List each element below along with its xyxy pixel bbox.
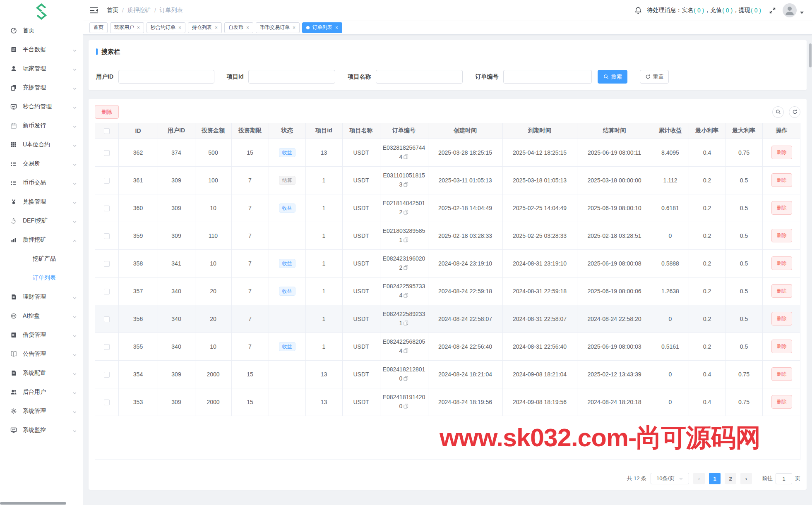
user-menu[interactable]	[783, 3, 804, 17]
sidebar-subitem-order-list[interactable]: 订单列表	[0, 268, 83, 287]
sidebar-item-staking-mining[interactable]: 质押挖矿	[0, 230, 83, 249]
chevron-down-icon	[679, 476, 683, 481]
page-button-1[interactable]: 1	[709, 473, 721, 484]
copy-icon[interactable]	[404, 347, 408, 356]
project-name-input[interactable]	[376, 70, 463, 84]
row-delete-button[interactable]: 删除	[771, 173, 792, 187]
sidebar-item-admin-users[interactable]: 后台用户	[0, 383, 83, 402]
copy-icon[interactable]	[404, 153, 408, 162]
tab-close-icon[interactable]: ×	[246, 25, 249, 30]
copy-icon[interactable]	[404, 319, 408, 328]
row-delete-button[interactable]: 删除	[771, 367, 792, 381]
row-checkbox[interactable]	[104, 178, 110, 184]
project-id-input[interactable]	[248, 70, 335, 84]
sidebar-item-ai-control[interactable]: AI控盘	[0, 306, 83, 325]
bulk-delete-button[interactable]: 删除	[95, 105, 119, 119]
sidebar-item-home[interactable]: 首页	[0, 21, 83, 40]
row-checkbox[interactable]	[104, 400, 110, 405]
avatar[interactable]	[783, 3, 797, 17]
tab-close-icon[interactable]: ×	[293, 25, 295, 30]
row-checkbox[interactable]	[104, 289, 110, 294]
sidebar-item-swap-management[interactable]: 兑换管理	[0, 192, 83, 211]
row-checkbox[interactable]	[104, 261, 110, 267]
tab-close-icon[interactable]: ×	[178, 25, 181, 30]
sidebar-item-coin-trade[interactable]: 币币交易	[0, 173, 83, 192]
row-delete-button[interactable]: 删除	[771, 201, 792, 215]
row-checkbox[interactable]	[104, 344, 110, 350]
sidebar-item-system-management[interactable]: 系统管理	[0, 402, 83, 421]
sidebar-item-platform-data[interactable]: 平台数据	[0, 40, 83, 59]
order-no-input[interactable]	[503, 70, 592, 84]
select-all-checkbox[interactable]	[104, 128, 110, 134]
table-search-icon[interactable]	[772, 106, 784, 118]
cell-settle: 2025-06-19 08:00:10	[577, 194, 652, 222]
cell-max_rate: 0.5	[726, 249, 762, 277]
row-checkbox[interactable]	[104, 372, 110, 378]
sidebar-item-system-monitor[interactable]: 系统监控	[0, 421, 83, 440]
row-delete-button[interactable]: 删除	[771, 256, 792, 270]
sidebar-item-new-coin[interactable]: 新币发行	[0, 116, 83, 135]
horizontal-scrollbar[interactable]	[0, 502, 66, 505]
bell-icon[interactable]	[634, 7, 642, 14]
row-delete-button[interactable]: 删除	[771, 229, 792, 242]
copy-icon[interactable]	[404, 208, 408, 217]
user-id-input[interactable]	[118, 70, 214, 84]
row-delete-button[interactable]: 删除	[771, 146, 792, 159]
search-button[interactable]: 搜索	[598, 70, 627, 84]
row-checkbox[interactable]	[104, 233, 110, 239]
sidebar-item-finance[interactable]: 理财管理	[0, 287, 83, 306]
tab-close-icon[interactable]: ×	[335, 25, 338, 30]
row-checkbox[interactable]	[104, 316, 110, 322]
cell-period: 7	[231, 277, 269, 305]
row-delete-button[interactable]: 删除	[771, 312, 792, 325]
table-refresh-icon[interactable]	[789, 106, 800, 118]
tab-label: 订单列表	[312, 24, 332, 31]
row-delete-button[interactable]: 删除	[771, 284, 792, 298]
sidebar-item-deposit-withdraw[interactable]: 充提管理	[0, 78, 83, 97]
goto-page-input[interactable]	[776, 473, 792, 484]
cell-min_rate: 0.4	[689, 388, 726, 416]
sidebar-item-second-contract[interactable]: 秒合约管理	[0, 97, 83, 116]
tab-coin-trade-orders[interactable]: 币币交易订单×	[256, 22, 300, 33]
sidebar-item-defi-mining[interactable]: DEFI挖矿	[0, 211, 83, 230]
vertical-scrollbar[interactable]	[809, 43, 812, 67]
copy-icon[interactable]	[404, 291, 408, 300]
sidebar-item-announcement[interactable]: 公告管理	[0, 345, 83, 364]
next-page-button[interactable]: ›	[740, 473, 752, 484]
cell-amount: 110	[195, 222, 231, 249]
row-checkbox[interactable]	[104, 206, 110, 211]
tab-close-icon[interactable]: ×	[215, 25, 218, 30]
fullscreen-icon[interactable]	[769, 7, 776, 14]
row-delete-button[interactable]: 删除	[771, 340, 792, 353]
copy-icon[interactable]	[404, 374, 408, 383]
tab-position-list[interactable]: 持仓列表×	[188, 22, 222, 33]
tab-self-coin[interactable]: 自发币×	[224, 22, 253, 33]
tab-close-icon[interactable]: ×	[137, 25, 140, 30]
cell-id: 357	[118, 277, 158, 305]
reset-button[interactable]: 重置	[640, 70, 669, 84]
hamburger-icon[interactable]	[89, 7, 98, 14]
sidebar-item-exchange[interactable]: 交易所	[0, 154, 83, 173]
page-button-2[interactable]: 2	[725, 473, 736, 484]
copy-icon[interactable]	[404, 402, 408, 411]
sidebar-item-u-contract[interactable]: U本位合约	[0, 135, 83, 154]
sidebar-subitem-mining-products[interactable]: 挖矿产品	[0, 249, 83, 268]
sidebar-item-player-management[interactable]: 玩家管理	[0, 59, 83, 78]
tab-second-contract-orders[interactable]: 秒合约订单×	[147, 22, 185, 33]
copy-icon[interactable]	[404, 236, 408, 245]
row-delete-button[interactable]: 删除	[771, 395, 792, 409]
copy-icon[interactable]	[404, 263, 408, 273]
copy-icon[interactable]	[404, 180, 408, 189]
page-size-select[interactable]: 10条/页	[651, 473, 689, 484]
cell-status	[269, 360, 305, 388]
table-row: 3563402071USDTE08242258923312024-08-24 2…	[95, 305, 800, 333]
sidebar-item-system-config[interactable]: 系统配置	[0, 364, 83, 383]
prev-page-button[interactable]: ‹	[693, 473, 705, 484]
row-select-cell	[95, 139, 118, 166]
tab-player-users[interactable]: 玩家用户×	[110, 22, 144, 33]
sidebar-item-lending[interactable]: 借贷管理	[0, 325, 83, 345]
row-checkbox[interactable]	[104, 150, 110, 156]
breadcrumb-item[interactable]: 首页	[107, 7, 118, 14]
tab-home[interactable]: 首页	[89, 22, 108, 33]
tab-order-list[interactable]: 订单列表×	[302, 22, 342, 33]
